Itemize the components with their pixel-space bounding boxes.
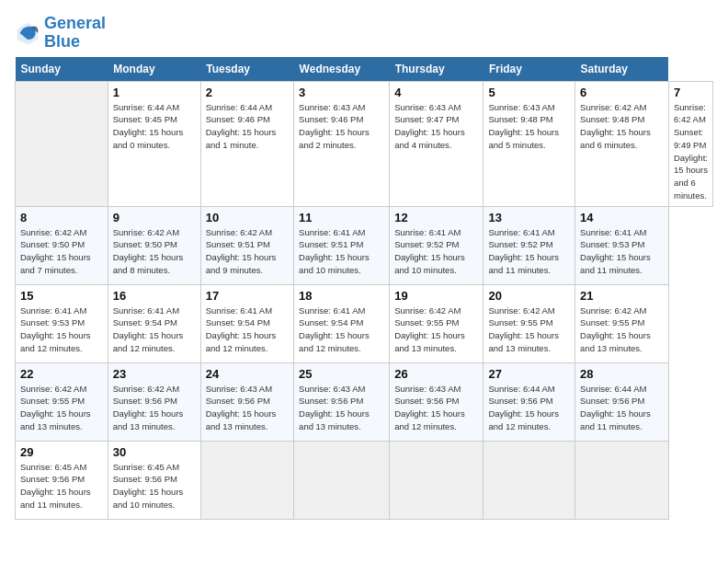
day-header-sunday: Sunday bbox=[16, 57, 108, 82]
day-number: 2 bbox=[206, 86, 289, 99]
calendar-cell: 12Sunrise: 6:41 AM Sunset: 9:52 PM Dayli… bbox=[390, 206, 483, 284]
day-info: Sunrise: 6:43 AM Sunset: 9:47 PM Dayligh… bbox=[394, 101, 478, 152]
day-number: 18 bbox=[299, 289, 384, 303]
day-header-thursday: Thursday bbox=[390, 57, 483, 82]
calendar-cell: 14Sunrise: 6:41 AM Sunset: 9:53 PM Dayli… bbox=[575, 206, 669, 284]
day-number: 11 bbox=[299, 211, 384, 224]
calendar-cell: 3Sunrise: 6:43 AM Sunset: 9:46 PM Daylig… bbox=[294, 81, 390, 206]
day-info: Sunrise: 6:42 AM Sunset: 9:56 PM Dayligh… bbox=[113, 383, 196, 433]
day-info: Sunrise: 6:41 AM Sunset: 9:54 PM Dayligh… bbox=[206, 304, 289, 355]
calendar-cell: 5Sunrise: 6:43 AM Sunset: 9:48 PM Daylig… bbox=[483, 81, 575, 206]
day-info: Sunrise: 6:42 AM Sunset: 9:55 PM Dayligh… bbox=[394, 304, 478, 355]
day-info: Sunrise: 6:44 AM Sunset: 9:56 PM Dayligh… bbox=[488, 383, 570, 433]
day-header-wednesday: Wednesday bbox=[294, 57, 390, 82]
day-number: 21 bbox=[580, 289, 664, 303]
day-info: Sunrise: 6:43 AM Sunset: 9:56 PM Dayligh… bbox=[394, 383, 478, 433]
day-info: Sunrise: 6:45 AM Sunset: 9:56 PM Dayligh… bbox=[20, 461, 103, 511]
day-number: 12 bbox=[394, 211, 478, 224]
day-number: 1 bbox=[113, 86, 196, 99]
day-header-saturday: Saturday bbox=[575, 57, 669, 82]
day-number: 4 bbox=[394, 86, 478, 99]
day-info: Sunrise: 6:43 AM Sunset: 9:56 PM Dayligh… bbox=[299, 383, 384, 433]
day-info: Sunrise: 6:42 AM Sunset: 9:50 PM Dayligh… bbox=[20, 226, 103, 277]
day-number: 28 bbox=[580, 367, 664, 381]
day-number: 17 bbox=[206, 289, 289, 303]
logo-icon bbox=[15, 20, 40, 46]
day-number: 7 bbox=[674, 86, 708, 99]
calendar-cell: 6Sunrise: 6:42 AM Sunset: 9:48 PM Daylig… bbox=[575, 81, 669, 206]
calendar-cell: 16Sunrise: 6:41 AM Sunset: 9:54 PM Dayli… bbox=[108, 284, 200, 362]
day-info: Sunrise: 6:41 AM Sunset: 9:53 PM Dayligh… bbox=[20, 304, 103, 355]
calendar-cell: 30Sunrise: 6:45 AM Sunset: 9:56 PM Dayli… bbox=[108, 441, 200, 519]
day-number: 6 bbox=[580, 86, 664, 99]
calendar-cell: 26Sunrise: 6:43 AM Sunset: 9:56 PM Dayli… bbox=[390, 362, 483, 441]
day-info: Sunrise: 6:41 AM Sunset: 9:52 PM Dayligh… bbox=[394, 226, 478, 277]
calendar-cell: 25Sunrise: 6:43 AM Sunset: 9:56 PM Dayli… bbox=[294, 362, 390, 441]
day-number: 13 bbox=[488, 211, 570, 224]
day-info: Sunrise: 6:43 AM Sunset: 9:48 PM Dayligh… bbox=[488, 101, 570, 152]
day-info: Sunrise: 6:42 AM Sunset: 9:55 PM Dayligh… bbox=[580, 304, 664, 355]
calendar-cell: 9Sunrise: 6:42 AM Sunset: 9:50 PM Daylig… bbox=[108, 206, 200, 284]
day-number: 8 bbox=[20, 211, 103, 224]
day-info: Sunrise: 6:41 AM Sunset: 9:51 PM Dayligh… bbox=[299, 226, 384, 277]
calendar-cell: 15Sunrise: 6:41 AM Sunset: 9:53 PM Dayli… bbox=[16, 284, 108, 362]
calendar-cell: 24Sunrise: 6:43 AM Sunset: 9:56 PM Dayli… bbox=[200, 362, 293, 441]
week-row-5: 29Sunrise: 6:45 AM Sunset: 9:56 PM Dayli… bbox=[16, 441, 713, 519]
header-row: SundayMondayTuesdayWednesdayThursdayFrid… bbox=[16, 57, 713, 82]
day-info: Sunrise: 6:44 AM Sunset: 9:56 PM Dayligh… bbox=[580, 383, 664, 433]
day-info: Sunrise: 6:41 AM Sunset: 9:53 PM Dayligh… bbox=[580, 226, 664, 277]
day-info: Sunrise: 6:41 AM Sunset: 9:52 PM Dayligh… bbox=[488, 226, 570, 277]
day-info: Sunrise: 6:41 AM Sunset: 9:54 PM Dayligh… bbox=[299, 304, 384, 355]
day-info: Sunrise: 6:42 AM Sunset: 9:49 PM Dayligh… bbox=[674, 101, 708, 202]
calendar-cell bbox=[294, 441, 390, 519]
calendar-cell: 19Sunrise: 6:42 AM Sunset: 9:55 PM Dayli… bbox=[390, 284, 483, 362]
logo-text: General Blue bbox=[44, 15, 106, 52]
day-info: Sunrise: 6:45 AM Sunset: 9:56 PM Dayligh… bbox=[113, 461, 196, 511]
day-number: 9 bbox=[113, 211, 196, 224]
day-info: Sunrise: 6:43 AM Sunset: 9:46 PM Dayligh… bbox=[299, 101, 384, 152]
day-header-friday: Friday bbox=[483, 57, 575, 82]
day-info: Sunrise: 6:42 AM Sunset: 9:55 PM Dayligh… bbox=[488, 304, 570, 355]
day-number: 26 bbox=[394, 367, 478, 381]
day-info: Sunrise: 6:42 AM Sunset: 9:55 PM Dayligh… bbox=[20, 383, 103, 433]
week-row-2: 8Sunrise: 6:42 AM Sunset: 9:50 PM Daylig… bbox=[16, 206, 713, 284]
calendar-cell: 28Sunrise: 6:44 AM Sunset: 9:56 PM Dayli… bbox=[575, 362, 669, 441]
day-number: 19 bbox=[394, 289, 478, 303]
calendar-cell: 8Sunrise: 6:42 AM Sunset: 9:50 PM Daylig… bbox=[16, 206, 108, 284]
day-info: Sunrise: 6:42 AM Sunset: 9:50 PM Dayligh… bbox=[113, 226, 196, 277]
day-info: Sunrise: 6:42 AM Sunset: 9:51 PM Dayligh… bbox=[206, 226, 289, 277]
calendar-cell: 2Sunrise: 6:44 AM Sunset: 9:46 PM Daylig… bbox=[200, 81, 293, 206]
calendar-cell bbox=[483, 441, 575, 519]
calendar-cell: 11Sunrise: 6:41 AM Sunset: 9:51 PM Dayli… bbox=[294, 206, 390, 284]
calendar-cell bbox=[200, 441, 293, 519]
calendar-cell bbox=[16, 81, 108, 206]
day-number: 24 bbox=[206, 367, 289, 381]
calendar-cell: 21Sunrise: 6:42 AM Sunset: 9:55 PM Dayli… bbox=[575, 284, 669, 362]
logo: General Blue bbox=[15, 15, 106, 52]
day-info: Sunrise: 6:44 AM Sunset: 9:45 PM Dayligh… bbox=[113, 101, 196, 152]
day-number: 16 bbox=[113, 289, 196, 303]
day-header-monday: Monday bbox=[108, 57, 200, 82]
calendar-cell: 20Sunrise: 6:42 AM Sunset: 9:55 PM Dayli… bbox=[483, 284, 575, 362]
calendar-cell bbox=[575, 441, 669, 519]
day-number: 20 bbox=[488, 289, 570, 303]
day-number: 22 bbox=[20, 367, 103, 381]
day-number: 15 bbox=[20, 289, 103, 303]
week-row-4: 22Sunrise: 6:42 AM Sunset: 9:55 PM Dayli… bbox=[16, 362, 713, 441]
day-number: 3 bbox=[299, 86, 384, 99]
calendar-cell: 7Sunrise: 6:42 AM Sunset: 9:49 PM Daylig… bbox=[668, 81, 712, 206]
day-number: 29 bbox=[20, 445, 103, 459]
day-header-tuesday: Tuesday bbox=[200, 57, 293, 82]
day-number: 14 bbox=[580, 211, 664, 224]
day-number: 25 bbox=[299, 367, 384, 381]
page-container: General Blue SundayMondayTuesdayWednesda… bbox=[15, 15, 713, 520]
calendar-cell: 10Sunrise: 6:42 AM Sunset: 9:51 PM Dayli… bbox=[200, 206, 293, 284]
day-info: Sunrise: 6:42 AM Sunset: 9:48 PM Dayligh… bbox=[580, 101, 664, 152]
calendar-cell: 27Sunrise: 6:44 AM Sunset: 9:56 PM Dayli… bbox=[483, 362, 575, 441]
day-info: Sunrise: 6:41 AM Sunset: 9:54 PM Dayligh… bbox=[113, 304, 196, 355]
calendar-cell bbox=[390, 441, 483, 519]
day-info: Sunrise: 6:44 AM Sunset: 9:46 PM Dayligh… bbox=[206, 101, 289, 152]
calendar-cell: 1Sunrise: 6:44 AM Sunset: 9:45 PM Daylig… bbox=[108, 81, 200, 206]
day-number: 30 bbox=[113, 445, 196, 459]
calendar-cell: 18Sunrise: 6:41 AM Sunset: 9:54 PM Dayli… bbox=[294, 284, 390, 362]
